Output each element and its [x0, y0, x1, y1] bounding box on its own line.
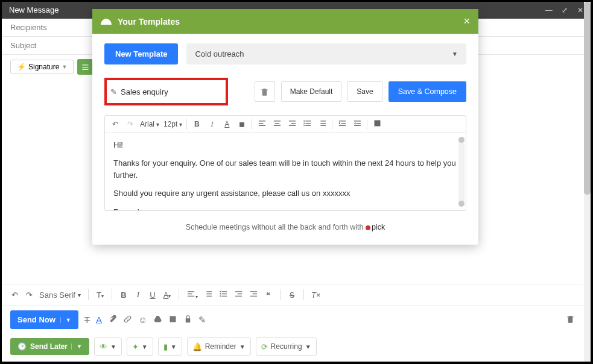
send-toolbar: Send Now ▼ T A ☺ ✎ [2, 306, 583, 334]
bold-button[interactable]: B [191, 120, 202, 128]
send-now-button[interactable]: Send Now ▼ [10, 310, 78, 329]
signature-dropdown[interactable]: ⚡ Signature ▼ [10, 60, 74, 74]
highlight-button[interactable]: ◼ [236, 120, 247, 128]
text-color-button[interactable]: A [221, 120, 232, 128]
send-later-button[interactable]: 🕑 Send Later ▼ [10, 338, 89, 355]
notes-dropdown[interactable]: ▮▼ [158, 337, 182, 356]
underline-button[interactable]: U [148, 290, 157, 300]
template-name-input[interactable] [121, 87, 217, 96]
italic-button[interactable]: I [206, 120, 217, 129]
templates-modal: Your Templates × New Template Cold outre… [92, 9, 478, 245]
outdent-button[interactable] [337, 119, 347, 130]
editor-body[interactable]: Hi! Thanks for your enquiry. One of our … [105, 133, 466, 210]
template-name-highlighted: ✎ [104, 78, 228, 105]
puzzle-icon: ✦ [132, 342, 139, 351]
svg-point-4 [220, 293, 221, 295]
bullet-list-button[interactable] [302, 119, 312, 130]
numbered-list-button[interactable] [204, 289, 213, 300]
pencil-icon[interactable]: ✎ [110, 87, 117, 96]
numbered-list-button[interactable] [317, 119, 328, 130]
align-button[interactable]: ▾ [186, 289, 198, 300]
template-selected-value: Cold outreach [195, 49, 244, 58]
align-left-button[interactable] [256, 119, 267, 130]
make-default-button[interactable]: Make Default [281, 81, 342, 102]
link-icon[interactable] [123, 315, 132, 325]
align-right-button[interactable] [287, 119, 297, 130]
svg-point-0 [303, 121, 305, 122]
chevron-down-icon: ▼ [62, 64, 67, 70]
font-family-dropdown[interactable]: Sans Serif ▾ [39, 290, 81, 300]
quote-button[interactable]: ❝ [264, 290, 273, 300]
font-family-dropdown[interactable]: Arial▾ [140, 120, 159, 128]
redo-icon[interactable]: ↷ [125, 120, 136, 128]
compose-bottom: ↶ ↷ Sans Serif ▾ T▾ B I U A▾ ▾ ❝ S̶ T× S… [2, 284, 583, 362]
drive-icon[interactable] [153, 315, 162, 325]
svg-point-5 [220, 295, 221, 297]
align-center-button[interactable] [271, 119, 282, 130]
reminder-dropdown[interactable]: 🔔Reminder▼ [187, 337, 251, 356]
indent-more-button[interactable] [249, 289, 258, 300]
strikethrough-button[interactable]: S̶ [288, 290, 296, 300]
indent-button[interactable] [352, 119, 363, 130]
delete-template-button[interactable] [255, 81, 275, 102]
tracking-toggle-icon[interactable]: T [84, 315, 90, 325]
recurring-dropdown[interactable]: ⟳Recurring▼ [256, 337, 317, 356]
bold-button[interactable]: B [119, 290, 128, 300]
hat-icon [101, 19, 112, 25]
signature-label: Signature [28, 63, 59, 71]
list-icon [81, 63, 90, 72]
tracking-dropdown[interactable]: 👁▼ [94, 337, 122, 356]
editor-toolbar: ↶ ↷ Arial▾ 12pt▾ B I A ◼ [105, 116, 466, 133]
clear-formatting-button[interactable]: T× [311, 290, 321, 300]
rich-text-editor: ↶ ↷ Arial▾ 12pt▾ B I A ◼ [104, 115, 466, 211]
font-size-dropdown[interactable]: 12pt▾ [163, 120, 182, 128]
body-line: Thanks for your enquiry. One of our sale… [113, 157, 457, 181]
indent-less-button[interactable] [234, 289, 243, 300]
bullet-list-button[interactable] [219, 289, 228, 300]
attach-icon[interactable] [108, 315, 117, 325]
chevron-down-icon[interactable]: ▼ [71, 344, 82, 350]
templates-button[interactable] [77, 59, 93, 75]
svg-point-3 [220, 291, 221, 292]
undo-icon[interactable]: ↶ [10, 290, 19, 300]
font-size-dropdown[interactable]: T▾ [96, 290, 104, 300]
editor-scrollbar[interactable] [458, 137, 465, 207]
dot-icon [366, 225, 370, 230]
trash-icon [260, 87, 269, 96]
minimize-icon[interactable]: — [545, 6, 553, 14]
body-line: Should you require any urgent assistance… [113, 187, 457, 199]
redo-icon[interactable]: ↷ [25, 290, 33, 300]
close-icon[interactable]: × [463, 15, 470, 28]
page-scrollbar[interactable] [584, 2, 591, 362]
extension-dropdown[interactable]: ✦▼ [127, 337, 153, 356]
font-icon[interactable]: A [96, 315, 102, 325]
discard-draft-icon[interactable] [566, 315, 575, 325]
window-controls: — ⤢ ✕ [538, 2, 583, 19]
new-template-button[interactable]: New Template [104, 43, 178, 64]
insert-image-button[interactable] [372, 119, 382, 130]
emoji-icon[interactable]: ☺ [138, 315, 147, 325]
lock-icon[interactable] [183, 315, 192, 325]
extension-toolbar: 🕑 Send Later ▼ 👁▼ ✦▼ ▮▼ 🔔Reminder▼ ⟳Recu… [2, 334, 583, 362]
modal-header: Your Templates × [92, 9, 478, 34]
clock-icon: 🕑 [17, 342, 27, 351]
template-select[interactable]: Cold outreach ▼ [186, 43, 466, 64]
undo-icon[interactable]: ↶ [110, 120, 121, 128]
modal-title: Your Templates [118, 17, 180, 27]
compose-window: New Message — ⤢ ✕ Recipients Subject ⚡ S… [1, 1, 591, 362]
chevron-down-icon[interactable]: ▼ [60, 317, 71, 323]
chevron-down-icon: ▼ [452, 51, 458, 57]
italic-button[interactable]: I [134, 290, 142, 300]
save-button[interactable]: Save [347, 81, 382, 102]
expand-icon[interactable]: ⤢ [562, 6, 568, 14]
close-window-icon[interactable]: ✕ [577, 6, 583, 14]
note-icon: ▮ [163, 342, 168, 351]
svg-point-1 [303, 123, 305, 124]
save-compose-button[interactable]: Save & Compose [388, 81, 466, 102]
text-color-button[interactable]: A▾ [163, 290, 171, 300]
bolt-icon: ⚡ [17, 63, 26, 71]
refresh-icon: ⟳ [261, 342, 268, 351]
photo-icon[interactable] [168, 315, 177, 325]
pen-icon[interactable]: ✎ [198, 315, 206, 325]
body-line: Regards, [113, 206, 457, 210]
